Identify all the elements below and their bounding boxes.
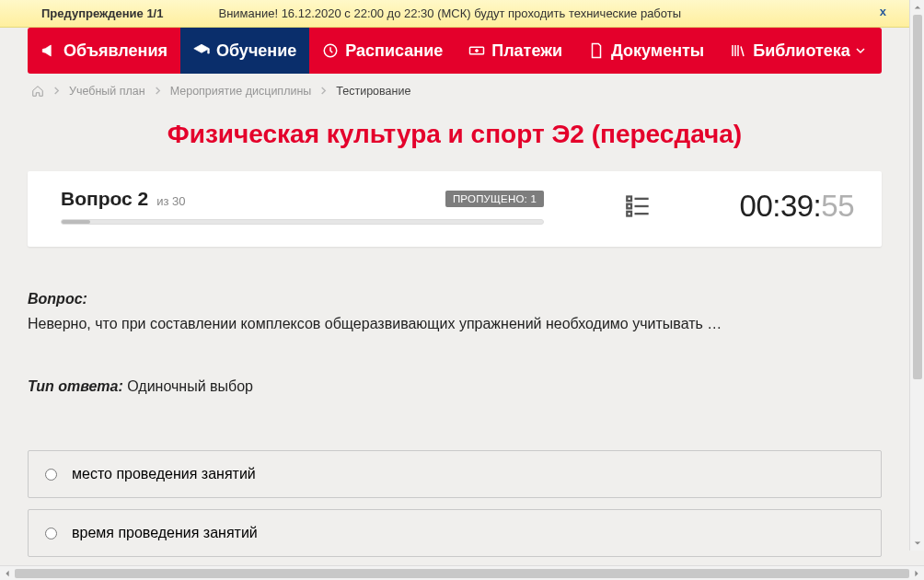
answer-list: место проведения занятий время проведени…	[28, 450, 882, 557]
nav-label: Объявления	[64, 41, 167, 61]
scroll-right-arrow[interactable]	[909, 566, 924, 581]
breadcrumb-link-event[interactable]: Мероприятие дисциплины	[170, 85, 312, 98]
svg-rect-4	[627, 204, 631, 209]
megaphone-icon	[40, 42, 57, 59]
nav-item-library[interactable]: Библиотека	[717, 28, 878, 74]
graduation-icon	[193, 42, 210, 59]
breadcrumb-link-plan[interactable]: Учебный план	[69, 85, 145, 98]
scroll-track[interactable]	[911, 15, 924, 536]
skipped-badge: ПРОПУЩЕНО: 1	[445, 191, 544, 207]
timer: 00:39:55	[740, 189, 854, 224]
question-list-button[interactable]	[625, 193, 651, 219]
alert-message: Внимание! 16.12.2020 с 22:00 до 22:30 (М…	[218, 6, 681, 20]
document-icon	[588, 42, 605, 59]
nav-item-documents[interactable]: Документы	[575, 28, 717, 74]
nav-label: Обучение	[216, 41, 296, 61]
page-title: Физическая культура и спорт Э2 (пересдач…	[0, 103, 909, 171]
answer-option[interactable]: место проведения занятий	[28, 450, 882, 498]
scroll-track[interactable]	[15, 567, 909, 580]
chevron-right-icon	[154, 85, 162, 98]
answer-text: место проведения занятий	[72, 466, 256, 482]
alert-title: Предупреждение 1/1	[41, 6, 163, 20]
chevron-right-icon	[319, 85, 328, 98]
nav-label: Платежи	[491, 41, 562, 61]
svg-point-2	[476, 50, 479, 52]
status-card: Вопрос 2 из 30 ПРОПУЩЕНО: 1 00:39:55	[28, 171, 882, 247]
main-nav: Объявления Обучение Расписание Платежи Д…	[28, 28, 882, 74]
alert-close-button[interactable]: x	[880, 5, 886, 18]
home-icon[interactable]	[31, 85, 44, 98]
answer-option[interactable]: время проведения занятий	[28, 509, 882, 557]
progress-fill	[62, 220, 90, 224]
scroll-thumb[interactable]	[15, 569, 909, 578]
breadcrumb-current: Тестирование	[336, 85, 410, 98]
chevron-down-icon	[856, 46, 865, 55]
answer-text: время проведения занятий	[72, 525, 258, 541]
scroll-left-arrow[interactable]	[0, 566, 15, 581]
clock-icon	[322, 42, 339, 59]
question-counter: Вопрос 2 из 30	[61, 188, 185, 210]
alert-bar: Предупреждение 1/1 Внимание! 16.12.2020 …	[0, 0, 909, 28]
answer-radio[interactable]	[45, 469, 57, 481]
vertical-scrollbar[interactable]	[909, 0, 924, 551]
svg-rect-5	[627, 212, 631, 216]
question-text: Неверно, что при составлении комплексов …	[28, 313, 882, 334]
nav-label: Библиотека	[753, 41, 850, 61]
banknote-icon	[468, 42, 485, 59]
scroll-down-arrow[interactable]	[910, 536, 925, 551]
answer-radio[interactable]	[45, 528, 57, 539]
question-label: Вопрос:	[28, 291, 882, 307]
nav-item-schedule[interactable]: Расписание	[309, 28, 456, 74]
bookshelf-icon	[730, 42, 746, 59]
nav-label: Расписание	[345, 41, 443, 61]
horizontal-scrollbar[interactable]	[0, 565, 924, 580]
svg-rect-3	[627, 197, 631, 202]
nav-item-payments[interactable]: Платежи	[456, 28, 575, 74]
scroll-up-arrow[interactable]	[910, 0, 925, 15]
nav-item-announcements[interactable]: Объявления	[28, 28, 180, 74]
scroll-thumb[interactable]	[913, 15, 922, 379]
breadcrumb: Учебный план Мероприятие дисциплины Тест…	[0, 74, 909, 103]
answer-type-label: Тип ответа:	[28, 378, 123, 394]
progress-bar	[61, 219, 544, 225]
chevron-right-icon	[52, 85, 61, 98]
nav-label: Документы	[611, 41, 704, 61]
nav-item-learning[interactable]: Обучение	[180, 28, 309, 74]
answer-type-value: Одиночный выбор	[127, 378, 253, 394]
